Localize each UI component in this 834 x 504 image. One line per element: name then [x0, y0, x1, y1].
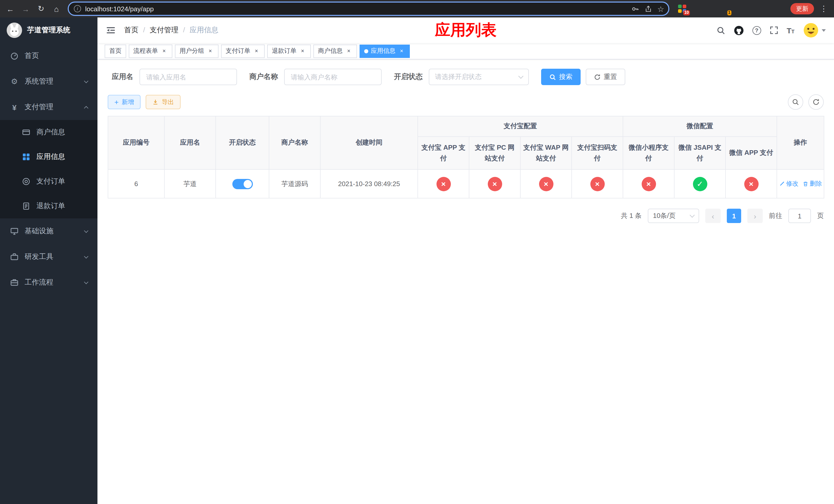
home-icon[interactable]: ⌂ [49, 2, 64, 16]
channel-status-icon: × [641, 177, 656, 191]
share-icon[interactable] [644, 5, 652, 13]
back-icon[interactable]: ← [3, 2, 18, 16]
url-text[interactable]: localhost:1024/pay/app [85, 5, 627, 13]
tab-user-group[interactable]: 用户分组 × [175, 44, 219, 58]
extension-face-icon[interactable] [774, 4, 784, 13]
close-icon[interactable]: × [207, 47, 214, 54]
cell-actions: 修改 删除 [777, 169, 824, 198]
next-page-button[interactable]: › [747, 209, 763, 223]
extension-green-circle-icon[interactable] [733, 4, 742, 13]
sidebar-item-infrastructure[interactable]: 基础设施 [0, 219, 97, 244]
app-title: 芋道管理系统 [27, 26, 70, 35]
sidebar-item-home[interactable]: 首页 [0, 43, 97, 69]
github-icon[interactable] [734, 25, 744, 35]
sidebar-item-workflow[interactable]: 工作流程 [0, 270, 97, 295]
page-size-select[interactable]: 10条/页 [648, 209, 699, 223]
extension-puzzle-icon[interactable] [761, 4, 770, 13]
app-logo[interactable]: 芋道管理系统 [0, 18, 97, 43]
sidebar-item-label: 商户信息 [37, 128, 65, 137]
chevron-down-icon [84, 254, 88, 258]
add-button[interactable]: + 新增 [108, 95, 140, 109]
forward-icon[interactable]: → [19, 2, 33, 16]
extension-rainbow-icon[interactable]: 1 [719, 4, 728, 13]
sidebar-item-system[interactable]: ⚙ 系统管理 [0, 69, 97, 94]
extension-blue-icon[interactable] [692, 4, 701, 13]
status-switch[interactable] [232, 179, 253, 189]
sidebar-item-label: 系统管理 [25, 77, 53, 86]
refresh-icon [812, 98, 820, 106]
delete-button[interactable]: 删除 [803, 180, 822, 188]
breadcrumb-payment[interactable]: 支付管理 [138, 26, 178, 35]
close-icon[interactable]: × [160, 47, 168, 54]
reload-icon[interactable]: ↻ [34, 2, 48, 16]
tab-pay-orders[interactable]: 支付订单 × [221, 44, 265, 58]
collapse-sidebar-icon[interactable] [106, 25, 116, 36]
sidebar-item-app-info[interactable]: 应用信息 [0, 144, 97, 169]
font-size-icon[interactable]: TT [787, 26, 794, 34]
browser-menu-icon[interactable]: ⋮ [816, 2, 831, 16]
tab-label: 流程表单 [133, 47, 158, 55]
key-icon[interactable] [631, 5, 639, 13]
logo-avatar [7, 23, 22, 38]
sidebar-item-label: 首页 [25, 51, 39, 61]
merchant-name-input[interactable] [284, 69, 381, 85]
page-number[interactable]: 1 [727, 209, 741, 223]
goto-page-input[interactable] [788, 209, 811, 223]
close-icon[interactable]: × [398, 47, 405, 54]
dashboard-icon [10, 52, 19, 60]
search-icon[interactable] [716, 26, 725, 35]
update-button[interactable]: 更新 [790, 3, 814, 14]
col-alipay-wap: 支付宝 WAP 网站支付 [520, 137, 572, 169]
search-button[interactable]: 搜索 [541, 69, 580, 85]
tab-label: 用户分组 [179, 47, 204, 55]
refresh-button[interactable] [808, 94, 824, 110]
sidebar-item-refund-orders[interactable]: 退款订单 [0, 194, 97, 219]
bookmark-star-icon[interactable]: ☆ [657, 5, 664, 13]
sidebar-menu: 首页 ⚙ 系统管理 ¥ 支付管理 商户信息 [0, 43, 97, 295]
reset-button[interactable]: 重置 [586, 69, 625, 85]
prev-page-button[interactable]: ‹ [705, 209, 721, 223]
extension-green-square-icon[interactable] [747, 4, 756, 13]
close-icon[interactable]: × [299, 47, 306, 54]
toggle-search-button[interactable] [788, 94, 803, 110]
cell-alipay-wap: × [520, 169, 572, 198]
col-merchant-name: 商户名称 [269, 116, 320, 169]
channel-status-icon: × [590, 177, 605, 191]
tab-app-info[interactable]: 应用信息 × [359, 44, 410, 58]
cell-app-name: 芋道 [164, 169, 216, 198]
export-button[interactable]: 导出 [146, 95, 180, 109]
tab-home[interactable]: 首页 [105, 44, 126, 58]
sidebar-item-label: 退款订单 [37, 202, 65, 211]
col-status: 开启状态 [216, 116, 269, 169]
close-icon[interactable]: × [345, 47, 352, 54]
col-group-alipay: 支付宝配置 [418, 116, 623, 137]
data-table: 应用编号 应用名 开启状态 商户名称 创建时间 支付宝配置 微信配置 操作 支付… [108, 116, 824, 199]
col-wechat-app: 微信 APP 支付 [725, 137, 777, 169]
extension-dark-icon[interactable] [705, 4, 715, 13]
sidebar-item-payment[interactable]: ¥ 支付管理 [0, 94, 97, 120]
tab-label: 支付订单 [226, 47, 250, 55]
extension-grid-icon[interactable]: 10 [678, 4, 687, 13]
tags-view: 首页 流程表单 × 用户分组 × 支付订单 × 退款订单 × 商户信息 × 应用… [97, 43, 834, 60]
tab-merchant-info[interactable]: 商户信息 × [313, 44, 357, 58]
tab-process-form[interactable]: 流程表单 × [129, 44, 172, 58]
app-name-input[interactable] [139, 69, 237, 85]
url-bar[interactable]: i localhost:1024/pay/app ☆ [68, 2, 670, 16]
fullscreen-icon[interactable] [770, 26, 778, 35]
edit-button[interactable]: 修改 [779, 180, 798, 188]
breadcrumb-home[interactable]: 首页 [124, 26, 138, 35]
info-icon[interactable]: i [74, 5, 81, 12]
sidebar-item-dev-tools[interactable]: 研发工具 [0, 244, 97, 270]
user-menu[interactable] [803, 23, 826, 38]
reset-button-label: 重置 [604, 72, 617, 82]
close-icon[interactable]: × [253, 47, 260, 54]
help-icon[interactable]: ? [752, 26, 761, 35]
browser-toolbar: ← → ↻ ⌂ i localhost:1024/pay/app ☆ [0, 0, 834, 18]
tab-refund-orders[interactable]: 退款订单 × [267, 44, 311, 58]
breadcrumb-current: 应用信息 [178, 26, 219, 35]
sidebar-item-pay-orders[interactable]: 支付订单 [0, 169, 97, 194]
status-select[interactable]: 请选择开启状态 [429, 69, 529, 85]
tab-label: 首页 [109, 47, 122, 55]
sidebar-item-merchant-info[interactable]: 商户信息 [0, 120, 97, 144]
channel-status-icon: × [487, 177, 502, 191]
